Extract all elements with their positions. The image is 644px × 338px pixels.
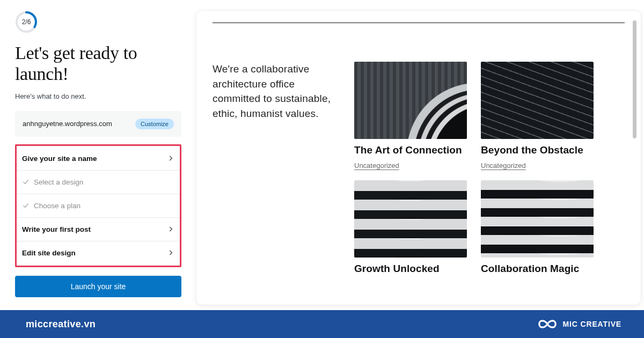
chevron-right-icon (167, 225, 174, 233)
post-title: Growth Unlocked (354, 263, 467, 275)
customize-button[interactable]: Customize (135, 119, 174, 129)
page-title: Let's get ready to launch! (15, 43, 181, 85)
post-card[interactable]: The Art of Connection Uncategorized (354, 62, 467, 170)
footer-site: miccreative.vn (26, 319, 96, 330)
post-thumbnail (481, 180, 594, 258)
task-list: Give your site a name Select a design (15, 144, 181, 267)
task-label: Edit site design (22, 249, 76, 257)
attribution-footer: miccreative.vn MIC CREATIVE (0, 310, 644, 338)
post-card[interactable]: Collaboration Magic (481, 180, 594, 275)
task-choose-plan[interactable]: Choose a plan (17, 194, 180, 218)
site-preview: We're a collaborative architecture offic… (196, 11, 641, 305)
progress-ring: 2/6 (15, 11, 38, 33)
task-label: Choose a plan (34, 202, 80, 210)
launch-sidebar: 2/6 Let's get ready to launch! Here's wh… (15, 11, 181, 305)
infinity-icon (537, 318, 558, 330)
task-label: Write your first post (22, 225, 91, 233)
progress-step-label: 2/6 (15, 11, 38, 33)
check-icon (22, 178, 30, 186)
task-write-first-post[interactable]: Write your first post (17, 218, 180, 241)
post-thumbnail (354, 180, 467, 258)
task-label: Give your site a name (22, 155, 97, 163)
site-url: anhnguyetne.wordpress.com (23, 120, 112, 128)
brand-mark: MIC CREATIVE (537, 318, 621, 330)
preview-card: We're a collaborative architecture offic… (196, 11, 641, 305)
task-edit-site-design[interactable]: Edit site design (17, 241, 180, 264)
page-subtitle: Here's what to do next. (15, 92, 181, 100)
chevron-right-icon (167, 155, 174, 162)
task-label: Select a design (34, 178, 83, 186)
scrollbar-thumb[interactable] (633, 20, 636, 138)
chevron-right-icon (167, 249, 174, 256)
post-thumbnail (481, 62, 594, 139)
task-select-design[interactable]: Select a design (17, 171, 180, 194)
check-icon (22, 202, 30, 209)
launch-site-button[interactable]: Launch your site (15, 276, 181, 297)
post-title: The Art of Connection (354, 144, 467, 156)
post-card[interactable]: Beyond the Obstacle Uncategorized (481, 62, 594, 170)
post-card[interactable]: Growth Unlocked (354, 180, 467, 275)
post-thumbnail (354, 62, 467, 139)
post-title: Beyond the Obstacle (481, 144, 594, 156)
task-give-site-name[interactable]: Give your site a name (17, 147, 180, 171)
post-category-link[interactable]: Uncategorized (354, 161, 467, 170)
preview-divider (213, 23, 625, 23)
brand-name: MIC CREATIVE (563, 320, 621, 328)
site-domain-box: anhnguyetne.wordpress.com Customize (15, 111, 181, 137)
post-category-link[interactable]: Uncategorized (481, 161, 594, 170)
post-title: Collaboration Magic (481, 263, 594, 275)
site-tagline: We're a collaborative architecture offic… (213, 62, 340, 170)
